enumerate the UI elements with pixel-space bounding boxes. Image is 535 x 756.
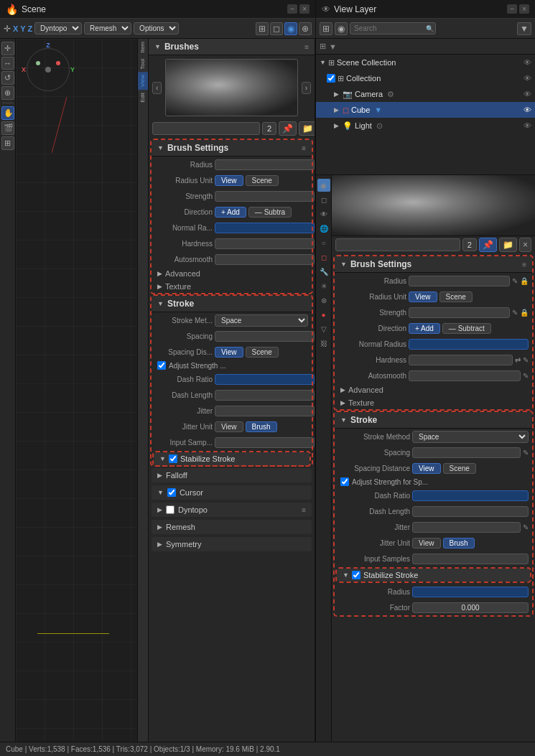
props-icon-view[interactable]: 👁: [317, 207, 330, 220]
props-icon-particles[interactable]: ✳: [317, 279, 330, 292]
right-advanced-sub[interactable]: ▶ Advanced: [335, 383, 532, 396]
spacing-dist-scene-btn[interactable]: Scene: [246, 347, 279, 358]
autosmooth-input[interactable]: 0.000: [215, 254, 315, 265]
right-radius-unit-view[interactable]: View: [409, 291, 437, 302]
right-normal-radius-input[interactable]: 0.500: [409, 339, 529, 350]
falloff-header[interactable]: ▶ Falloff: [152, 468, 312, 482]
vtab-view[interactable]: View: [138, 72, 148, 90]
dash-length-input[interactable]: 20: [215, 390, 315, 401]
right-autosmooth-input[interactable]: 0.000: [409, 370, 521, 381]
tool-hand[interactable]: ✋: [1, 106, 14, 120]
filter-icon[interactable]: ▼: [517, 22, 531, 35]
right-texture-sub[interactable]: ▶ Texture: [335, 396, 532, 409]
gizmo-x[interactable]: X: [22, 66, 26, 73]
right-spacing-input[interactable]: 10%: [412, 447, 521, 458]
props-icon-output[interactable]: ◻: [317, 193, 330, 206]
right-dash-length-input[interactable]: 20: [412, 506, 529, 517]
right-radius-edit[interactable]: ✎: [512, 277, 518, 285]
brush-name-input[interactable]: SculptDraw: [152, 122, 260, 135]
prev-brush-btn[interactable]: ‹: [152, 82, 162, 94]
texture-subsection[interactable]: ▶ Texture: [152, 280, 312, 293]
hardness-input[interactable]: 0.000: [215, 238, 315, 249]
dyntopo-checkbox[interactable]: [166, 505, 175, 514]
cursor-header[interactable]: ▼ Cursor: [152, 485, 312, 500]
scene-collection-item[interactable]: ▼ ⊞ Scene Collection 👁: [316, 55, 535, 70]
brushes-section-header[interactable]: ▼ Brushes ≡: [149, 39, 315, 55]
bs-menu-icon[interactable]: ≡: [302, 144, 306, 152]
stroke-section-header[interactable]: ▼ Stroke: [152, 296, 312, 312]
brush-folder-icon[interactable]: 📁: [299, 121, 315, 136]
jitter-unit-brush-btn[interactable]: Brush: [246, 421, 277, 432]
cube-eye[interactable]: 👁: [524, 106, 531, 114]
scene-collection-eye[interactable]: 👁: [524, 58, 531, 67]
dyntopo-header[interactable]: ▶ Dyntopo ≡: [152, 503, 312, 517]
light-settings-icon[interactable]: ⊙: [376, 121, 383, 131]
right-strength-lock[interactable]: 🔒: [520, 309, 529, 317]
cursor-icon[interactable]: ✛: [4, 24, 11, 34]
direction-sub-btn[interactable]: — Subtra: [248, 207, 292, 218]
right-dir-add[interactable]: + Add: [409, 323, 440, 334]
radius-unit-scene-btn[interactable]: Scene: [246, 175, 279, 186]
props-icon-constraint[interactable]: ⛓: [317, 337, 330, 350]
right-jitter-edit[interactable]: ✎: [523, 523, 529, 531]
right-window-min[interactable]: −: [507, 4, 517, 14]
props-icon-render[interactable]: ◉: [317, 179, 330, 192]
right-brush-folder-icon[interactable]: 📁: [499, 238, 517, 252]
view-icon-2[interactable]: ◻: [270, 22, 283, 35]
input-samples-input[interactable]: 1: [215, 437, 315, 448]
brushes-menu-icon[interactable]: ≡: [304, 43, 309, 51]
right-dash-ratio-input[interactable]: 1.000: [412, 490, 529, 501]
camera-item[interactable]: ▶ 📷 Camera ⚙ 👁: [316, 86, 535, 102]
right-strength-edit[interactable]: ✎: [512, 309, 518, 317]
right-spacing-dist-scene[interactable]: Scene: [443, 463, 476, 474]
props-icon-data[interactable]: ▽: [317, 322, 330, 335]
search-input[interactable]: [350, 22, 436, 34]
right-bs-header[interactable]: ▼ Brush Settings ≡: [335, 256, 532, 273]
right-input-samples-input[interactable]: 1: [412, 554, 529, 564]
props-icon-material[interactable]: ●: [317, 308, 330, 321]
next-brush-btn[interactable]: ›: [302, 82, 311, 94]
right-radius-input[interactable]: 50 px: [409, 276, 510, 286]
right-spacing-edit[interactable]: ✎: [523, 449, 529, 457]
remesh-dropdown[interactable]: Remesh: [84, 22, 131, 34]
radius-unit-view-btn[interactable]: View: [215, 175, 243, 186]
advanced-subsection[interactable]: ▶ Advanced: [152, 267, 312, 280]
cube-filter-icon[interactable]: ▼: [374, 106, 382, 114]
right-brush-pin-icon[interactable]: 📌: [479, 238, 497, 252]
cursor-checkbox[interactable]: [167, 488, 176, 497]
props-icon-modifier[interactable]: 🔧: [317, 265, 330, 278]
camera-eye[interactable]: 👁: [524, 90, 531, 98]
view-icon-4[interactable]: ⊕: [299, 22, 312, 35]
right-jitter-unit-brush[interactable]: Brush: [443, 538, 475, 549]
light-eye[interactable]: 👁: [524, 121, 531, 130]
tool-grid[interactable]: ⊞: [1, 136, 14, 150]
brush-pin-icon[interactable]: 📌: [279, 121, 297, 136]
right-radius-lock[interactable]: 🔒: [520, 277, 529, 285]
right-window-close[interactable]: ×: [519, 4, 529, 14]
strength-input[interactable]: 0.500: [215, 191, 315, 202]
right-render-icon[interactable]: ◉: [335, 22, 348, 35]
vtab-tool[interactable]: Tool: [138, 56, 148, 73]
collection-item[interactable]: ⊞ Collection 👁: [316, 70, 535, 86]
left-window-min[interactable]: −: [287, 4, 297, 14]
right-factor-input[interactable]: [412, 602, 529, 613]
vtab-item[interactable]: Item: [138, 39, 148, 56]
tool-cursor[interactable]: ✛: [1, 42, 14, 55]
adjust-strength-checkbox[interactable]: [157, 361, 166, 370]
spacing-dist-view-btn[interactable]: View: [215, 347, 243, 358]
right-dir-sub[interactable]: — Subtract: [442, 323, 491, 334]
right-radius-unit-scene[interactable]: Scene: [439, 291, 473, 302]
stroke-method-select[interactable]: Space: [215, 314, 308, 327]
radius-input[interactable]: 50 px: [215, 159, 315, 170]
right-hardness-edit[interactable]: ✎: [523, 356, 529, 364]
right-stroke-header[interactable]: ▼ Stroke: [335, 412, 532, 429]
right-brush-close-icon[interactable]: ×: [519, 238, 531, 252]
dash-ratio-input[interactable]: 1.000: [215, 374, 315, 385]
right-view-icon[interactable]: ⊞: [320, 22, 332, 35]
spacing-input[interactable]: 10%: [215, 331, 315, 342]
props-icon-physics[interactable]: ⊛: [317, 294, 330, 307]
left-window-close[interactable]: ×: [299, 4, 310, 14]
dyntopo-menu[interactable]: ≡: [302, 506, 306, 514]
view-icon-3[interactable]: ◉: [284, 22, 297, 35]
gizmo-y[interactable]: Y: [70, 66, 75, 73]
